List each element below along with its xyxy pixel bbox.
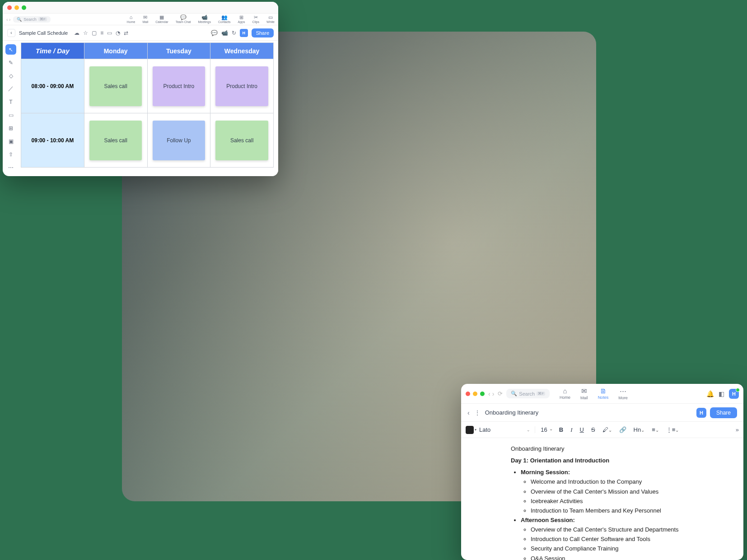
- app-icon: ⌂: [130, 15, 133, 20]
- doc-action-icons: ☁ ☆ ▢ ≡ ▭ ◔ ⇄: [74, 30, 128, 36]
- cloud-icon[interactable]: ☁: [74, 30, 79, 36]
- strikethrough-button[interactable]: S: [590, 426, 596, 433]
- underline-button[interactable]: U: [579, 426, 585, 433]
- schedule-card[interactable]: Sales call: [89, 121, 142, 160]
- frame2-tool-icon[interactable]: ▣: [5, 136, 16, 146]
- refresh-icon[interactable]: ⟳: [498, 390, 503, 397]
- history-icon[interactable]: ↻: [232, 30, 236, 36]
- table-row: 09:00 - 10:00 AMSales callFollow UpSales…: [21, 113, 274, 168]
- app-label: Home: [127, 20, 135, 23]
- app-label: Clips: [252, 20, 260, 23]
- app-tab-white[interactable]: ▭White: [266, 15, 275, 23]
- search-shortcut: ⌘F: [38, 17, 47, 21]
- whiteboard-canvas[interactable]: Time / DayMondayTuesdayWednesday 08:00 -…: [19, 41, 278, 176]
- app-tab-contacts[interactable]: 👥Contacts: [218, 15, 231, 23]
- nav-forward-icon[interactable]: ›: [492, 390, 495, 397]
- app-tab-mail[interactable]: ✉Mail: [580, 387, 588, 400]
- share-button[interactable]: Share: [252, 28, 274, 37]
- schedule-card[interactable]: Product Intro: [215, 66, 268, 106]
- app-tab-mail[interactable]: ✉Mail: [142, 15, 148, 23]
- schedule-cell: Follow Up: [147, 113, 210, 168]
- user-avatar[interactable]: H: [729, 389, 739, 399]
- nav-back-icon[interactable]: ‹: [6, 17, 8, 22]
- search-icon: 🔍: [511, 391, 517, 397]
- schedule-card[interactable]: Sales call: [215, 121, 268, 160]
- font-size-selector[interactable]: 16 ⌄: [541, 426, 552, 433]
- note-tool-icon[interactable]: ▭: [5, 110, 16, 120]
- nav-forward-icon[interactable]: ›: [9, 17, 11, 22]
- app-tab-clips[interactable]: ✂Clips: [252, 15, 260, 23]
- close-window-button[interactable]: [466, 392, 470, 396]
- more-icon[interactable]: ⋮: [474, 409, 481, 416]
- session-label: Afternoon Session:: [521, 517, 575, 523]
- star-icon[interactable]: ☆: [83, 30, 88, 36]
- search-placeholder: Search: [23, 17, 37, 22]
- shape-tool-icon[interactable]: ◇: [5, 70, 16, 81]
- template-tool-icon[interactable]: ⊞: [5, 123, 16, 133]
- user-avatar-small[interactable]: H: [696, 408, 706, 418]
- heading-button[interactable]: Hn⌄: [633, 426, 646, 433]
- nav-back-icon[interactable]: ‹: [488, 390, 490, 397]
- app-icon: 📹: [201, 15, 208, 20]
- highlight-button[interactable]: 🖊⌄: [602, 426, 613, 433]
- notes-subbar: ‹ ⋮ Onboarding Itinerary H Share: [461, 404, 743, 422]
- app-tab-apps[interactable]: ⊞Apps: [238, 15, 245, 23]
- text-color-picker[interactable]: [466, 426, 474, 434]
- upload-tool-icon[interactable]: ⇧: [5, 149, 16, 159]
- maximize-window-button[interactable]: [22, 5, 26, 10]
- overflow-button[interactable]: »: [736, 426, 739, 433]
- window-titlebar: [3, 2, 278, 14]
- list-item: Afternoon Session:Overview of the Call C…: [521, 516, 733, 560]
- panel-icon[interactable]: ◧: [719, 390, 724, 397]
- back-button[interactable]: ‹: [467, 409, 470, 416]
- maximize-window-button[interactable]: [480, 392, 485, 396]
- minimize-window-button[interactable]: [14, 5, 19, 10]
- note-day-heading: Day 1: Orientation and Introduction: [511, 456, 733, 465]
- app-tab-calendar[interactable]: ▦Calendar: [155, 15, 168, 23]
- app-tab-home[interactable]: ⌂Home: [127, 15, 135, 23]
- app-tab-home[interactable]: ⌂Home: [560, 387, 570, 400]
- close-window-button[interactable]: [7, 5, 12, 10]
- app-tab-notes[interactable]: 🗎Notes: [598, 387, 609, 400]
- font-name: Lato: [479, 426, 490, 433]
- bell-icon[interactable]: 🔔: [706, 390, 714, 397]
- list-button[interactable]: ⋮≡⌄: [665, 426, 680, 433]
- more-tool-icon[interactable]: ⋯: [5, 162, 16, 173]
- font-selector[interactable]: Lato ⌄: [479, 426, 535, 433]
- schedule-card[interactable]: Product Intro: [153, 66, 205, 106]
- pen-tool-icon[interactable]: ✎: [5, 57, 16, 68]
- schedule-card[interactable]: Sales call: [89, 66, 142, 106]
- schedule-table: Time / DayMondayTuesdayWednesday 08:00 -…: [21, 42, 274, 168]
- app-tab-team-chat[interactable]: 💬Team Chat: [176, 15, 191, 23]
- app-tab-meetings[interactable]: 📹Meetings: [198, 15, 211, 23]
- comment-icon[interactable]: 💬: [211, 30, 218, 36]
- bold-button[interactable]: B: [558, 426, 564, 433]
- italic-button[interactable]: I: [570, 426, 573, 434]
- timer-icon[interactable]: ◔: [116, 30, 120, 36]
- shuffle-icon[interactable]: ⇄: [124, 30, 128, 36]
- schedule-card[interactable]: Follow Up: [153, 121, 205, 160]
- user-avatar[interactable]: H: [240, 29, 248, 37]
- search-input[interactable]: 🔍 Search ⌘F: [13, 16, 50, 23]
- app-label: Meetings: [198, 20, 211, 23]
- video-icon[interactable]: 📹: [221, 30, 228, 36]
- app-tab-more[interactable]: ⋯More: [618, 387, 628, 400]
- app-icon: ⊞: [239, 15, 243, 20]
- present-icon[interactable]: ▭: [107, 30, 112, 36]
- app-label: More: [618, 396, 628, 400]
- select-tool-icon[interactable]: ↖: [5, 44, 16, 55]
- frame-icon[interactable]: ▢: [92, 30, 97, 36]
- minimize-window-button[interactable]: [473, 392, 477, 396]
- list-icon[interactable]: ≡: [100, 30, 103, 36]
- back-button[interactable]: ‹: [7, 29, 15, 37]
- app-icon: 👥: [221, 15, 228, 20]
- note-body[interactable]: Onboarding Itinerary Day 1: Orientation …: [461, 438, 743, 560]
- search-input[interactable]: 🔍 Search ⌘F: [506, 389, 550, 398]
- line-tool-icon[interactable]: ／: [5, 84, 16, 94]
- share-button[interactable]: Share: [710, 407, 737, 418]
- text-tool-icon[interactable]: T: [5, 97, 16, 107]
- schedule-cell: Sales call: [84, 59, 147, 113]
- list-item: Morning Session:Welcome and Introduction…: [521, 468, 733, 515]
- link-button[interactable]: 🔗: [618, 426, 627, 433]
- align-button[interactable]: ≡⌄: [651, 426, 660, 433]
